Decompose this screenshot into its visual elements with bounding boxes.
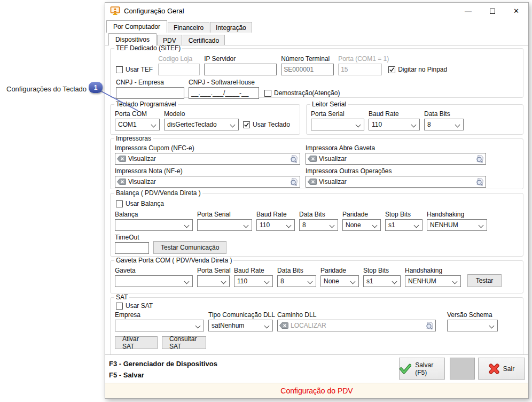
cnpj-empresa-field[interactable] xyxy=(116,87,184,99)
gaveta-data-bits-select[interactable]: 8 xyxy=(277,275,316,287)
clear-backspace-icon[interactable] xyxy=(308,156,317,162)
usar-sat-label: Usar SAT xyxy=(126,302,153,310)
balanca-handshaking-select[interactable]: NENHUM xyxy=(427,219,487,231)
gaveta-stop-bits-select[interactable]: s1 xyxy=(363,275,401,287)
impressora-nota-field[interactable]: Visualizar xyxy=(115,176,300,188)
callout-label: Configurações do Teclado xyxy=(6,85,87,93)
chevron-down-icon xyxy=(479,223,484,228)
tab-por-computador[interactable]: Por Computador xyxy=(106,20,167,33)
impressora-abre-gaveta-label: Impressora Abre Gaveta xyxy=(306,144,486,152)
leitor-data-bits-label: Data Bits xyxy=(424,110,464,118)
ativar-sat-button[interactable]: Ativar SAT xyxy=(115,336,158,349)
codigo-loja-label: Codigo Loja xyxy=(158,55,200,63)
tab-pdv[interactable]: PDV xyxy=(157,35,182,45)
gaveta-handshaking-select[interactable]: NENHUM xyxy=(405,275,461,287)
gaveta-porta-serial-select[interactable] xyxy=(197,275,230,287)
search-document-icon[interactable] xyxy=(425,321,434,330)
cnpj-softwarehouse-field[interactable]: __.___.___/____-__ xyxy=(189,87,259,99)
consultar-sat-button[interactable]: Consultar SAT xyxy=(162,336,206,349)
usar-sat-checkbox[interactable] xyxy=(116,303,123,310)
gaveta-paridade-label: Paridade xyxy=(320,267,359,274)
numero-terminal-field[interactable]: SE000001 xyxy=(281,64,334,75)
maximize-icon xyxy=(490,9,495,14)
gaveta-baud-rate-select[interactable]: 110 xyxy=(234,275,273,287)
porta-com-select[interactable]: COM1 xyxy=(115,119,160,130)
leitor-baud-rate-select[interactable]: 110 xyxy=(369,119,420,130)
balanca-select[interactable] xyxy=(115,219,193,231)
impressora-cupom-field[interactable]: Visualizar xyxy=(115,153,300,165)
group-title: Balança ( PDV/Venda Direta ) xyxy=(114,189,202,197)
balanca-data-bits-select[interactable]: 8 xyxy=(299,219,338,231)
tipo-comunicacao-select[interactable]: satNenhum xyxy=(208,320,273,331)
empresa-select[interactable] xyxy=(115,320,204,331)
gaveta-testar-button[interactable]: Testar xyxy=(467,274,502,287)
leitor-porta-serial-label: Porta Serial xyxy=(311,110,364,118)
tab-dispositivos[interactable]: Dispositivos xyxy=(108,33,157,45)
versao-schema-select[interactable] xyxy=(447,320,498,331)
maximize-button[interactable] xyxy=(480,3,504,19)
search-document-icon[interactable] xyxy=(290,177,298,186)
porta-field[interactable]: 15 xyxy=(338,64,382,75)
clear-backspace-icon[interactable] xyxy=(117,179,126,185)
timeout-field[interactable] xyxy=(115,242,149,254)
blank-button[interactable] xyxy=(450,358,475,380)
chevron-down-icon xyxy=(184,223,190,228)
chevron-down-icon xyxy=(286,223,292,228)
balanca-stop-bits-label: Stop Bits xyxy=(385,211,423,218)
caminho-dll-label: Caminho DLL xyxy=(277,311,436,319)
clear-backspace-icon[interactable] xyxy=(308,179,317,185)
codigo-loja-field[interactable] xyxy=(158,64,200,75)
chevron-down-icon xyxy=(264,323,270,329)
dispositivos-page: TEF Dedicado (SiTEF) Usar TEF Codigo Loj… xyxy=(105,45,528,354)
caminho-dll-field[interactable]: LOCALIZAR xyxy=(277,320,436,331)
balanca-stop-bits-select[interactable]: s1 xyxy=(385,219,423,231)
salvar-button[interactable]: Salvar (F5) xyxy=(399,358,445,380)
sub-tabs: Dispositivos PDV Certificado xyxy=(108,33,225,45)
gaveta-paridade-select[interactable]: None xyxy=(320,275,359,287)
screen: Configurações do Teclado 1 Configuração … xyxy=(0,0,532,402)
search-document-icon[interactable] xyxy=(475,177,484,186)
close-button[interactable]: ✕ xyxy=(504,3,528,19)
tab-certificado[interactable]: Certificado xyxy=(183,35,225,45)
tab-financeiro[interactable]: Financeiro xyxy=(168,22,209,33)
balanca-baud-rate-select[interactable]: 110 xyxy=(256,219,295,231)
status-bar: Configuração do PDV xyxy=(105,383,528,398)
ip-servidor-field[interactable] xyxy=(204,64,277,75)
chevron-down-icon xyxy=(350,279,356,284)
versao-schema-label: Versão Schema xyxy=(447,311,498,319)
usar-balanca-label: Usar Balança xyxy=(126,200,164,207)
balanca-paridade-select[interactable]: None xyxy=(342,219,381,231)
sair-button[interactable]: Sair xyxy=(478,358,525,380)
usar-tef-checkbox[interactable] xyxy=(116,66,123,73)
usar-teclado-checkbox[interactable] xyxy=(243,121,250,128)
chevron-down-icon xyxy=(230,122,236,128)
chevron-down-icon xyxy=(392,279,397,284)
tab-integracao[interactable]: Integração xyxy=(210,22,252,33)
porta-com-label: Porta COM xyxy=(115,110,160,118)
minimize-button[interactable]: — xyxy=(456,3,480,19)
digitar-pinpad-checkbox[interactable] xyxy=(388,66,395,73)
hotkey-f5: F5 - Salvar xyxy=(109,369,217,381)
clear-backspace-icon[interactable] xyxy=(117,156,126,162)
demostracao-checkbox[interactable] xyxy=(264,90,271,97)
leitor-porta-serial-select[interactable] xyxy=(311,119,364,130)
impressora-abre-gaveta-field[interactable]: Visualizar xyxy=(306,153,486,165)
numero-terminal-label: Número Terminal xyxy=(281,55,334,63)
gaveta-handshaking-label: Handshaking xyxy=(405,267,461,274)
gaveta-select[interactable] xyxy=(115,275,193,287)
leitor-data-bits-select[interactable]: 8 xyxy=(424,119,464,130)
search-document-icon[interactable] xyxy=(290,154,298,163)
balanca-porta-serial-select[interactable] xyxy=(197,219,252,231)
gaveta-label: Gaveta xyxy=(115,267,193,274)
group-balanca: Balança ( PDV/Venda Direta ) Usar Balanç… xyxy=(110,193,523,257)
usar-balanca-checkbox[interactable] xyxy=(116,200,123,207)
modelo-select[interactable]: disGertecTeclado xyxy=(164,119,239,130)
search-document-icon[interactable] xyxy=(475,154,484,163)
testar-comunicacao-button[interactable]: Testar Comunicação xyxy=(153,241,226,254)
titlebar[interactable]: Configuração Geral — ✕ xyxy=(105,3,528,19)
impressora-outras-field[interactable]: Visualizar xyxy=(306,176,486,188)
balanca-label: Balança xyxy=(115,211,193,218)
clear-backspace-icon[interactable] xyxy=(279,322,288,329)
balanca-data-bits-label: Data Bits xyxy=(299,211,338,218)
chevron-down-icon xyxy=(308,279,313,284)
